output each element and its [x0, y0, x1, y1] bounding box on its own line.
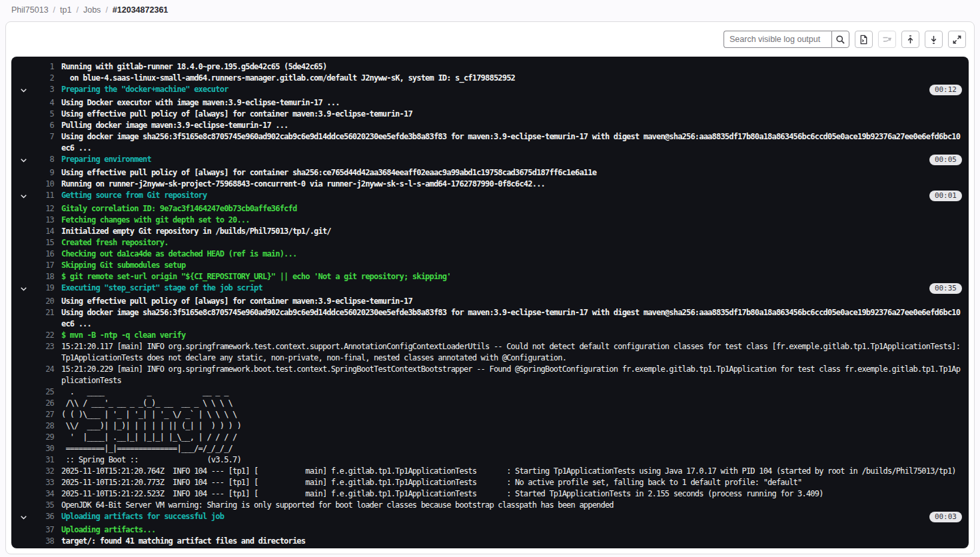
log-line-number[interactable]: 37 [35, 524, 54, 536]
log-line-text: Gitaly correlation ID: 9e7ac3f1464247e0b… [54, 203, 962, 215]
log-line-row: 1Running with gitlab-runner 18.4.0~pre.1… [11, 61, 969, 73]
log-line-number[interactable]: 36 [35, 511, 54, 522]
breadcrumb-jobs[interactable]: Jobs [83, 5, 101, 15]
log-line-number[interactable]: 25 [35, 386, 54, 398]
log-section-title[interactable]: Executing "step_script" stage of the job… [54, 282, 924, 294]
log-line-number[interactable]: 17 [35, 260, 54, 271]
log-line-number[interactable]: 35 [35, 500, 54, 511]
log-line-gutter [11, 307, 35, 309]
log-line-text: Using effective pull policy of [always] … [54, 296, 962, 307]
log-line-gutter [11, 109, 35, 111]
section-duration-badge: 00:03 [929, 512, 962, 522]
expand-fullscreen-icon [952, 35, 962, 45]
log-section-header-row[interactable]: 19Executing "step_script" stage of the j… [11, 282, 969, 296]
log-line-number[interactable]: 11 [35, 190, 54, 201]
log-line-number[interactable]: 26 [35, 398, 54, 409]
log-line-number[interactable]: 9 [35, 167, 54, 179]
search-submit-button[interactable] [831, 31, 849, 48]
log-section-header-row[interactable]: 11Getting source from Git repository00:0… [11, 190, 969, 203]
log-line-gutter [11, 524, 35, 526]
log-line-row: 322025-11-10T15:21:20.764Z INFO 104 --- … [11, 466, 969, 477]
log-line-number[interactable]: 29 [35, 432, 54, 443]
log-line-text: =========|_|==============|___/=/_/_/_/ [54, 443, 962, 454]
section-collapse-toggle[interactable] [11, 190, 35, 203]
log-search-group [724, 31, 849, 48]
log-section-header-row[interactable]: 8Preparing environment00:05 [11, 154, 969, 167]
breadcrumb-project-owner[interactable]: Phil75013 [11, 5, 49, 15]
search-icon [835, 35, 845, 45]
log-line-text: 15:21:20.229 [main] INFO org.springframe… [54, 364, 962, 386]
log-section-title[interactable]: Getting source from Git repository [54, 190, 924, 201]
chevron-down-icon [20, 192, 27, 203]
log-line-text: Using docker image sha256:3f5165e8c87057… [54, 131, 962, 154]
log-line-gutter [11, 260, 35, 262]
breadcrumb-project[interactable]: tp1 [60, 5, 71, 15]
log-line-text: 2025-11-10T15:21:20.773Z INFO 104 --- [t… [54, 477, 962, 488]
section-duration-badge: 00:01 [929, 191, 962, 201]
log-line-number[interactable]: 14 [35, 226, 54, 237]
scroll-to-top-icon [905, 35, 915, 45]
log-line-number[interactable]: 22 [35, 330, 54, 341]
log-toolbar [6, 22, 974, 57]
breadcrumb-job-id: #12034872361 [113, 5, 168, 15]
log-section-title[interactable]: Uploading artifacts for successful job [54, 511, 924, 522]
log-line-text: on blue-4.saas-linux-small-amd64.runners… [54, 73, 962, 84]
log-line-row: 21Using docker image sha256:3f5165e8c870… [11, 307, 969, 330]
log-line-text: Skipping Git submodules setup [54, 260, 962, 271]
scroll-to-bottom-button[interactable] [925, 31, 943, 48]
log-line-number[interactable]: 12 [35, 203, 54, 215]
chevron-down-icon [20, 156, 27, 167]
log-section-header-row[interactable]: 36Uploading artifacts for successful job… [11, 511, 969, 524]
log-line-number[interactable]: 2 [35, 73, 54, 84]
scroll-to-failure-button [878, 31, 896, 48]
log-line-number[interactable]: 27 [35, 409, 54, 420]
log-line-number[interactable]: 39 [35, 547, 54, 548]
log-line-number[interactable]: 19 [35, 282, 54, 294]
log-line-number[interactable]: 24 [35, 364, 54, 375]
log-line-gutter [11, 443, 35, 445]
log-line-number[interactable]: 13 [35, 215, 54, 226]
log-line-number[interactable]: 4 [35, 97, 54, 109]
log-line-number[interactable]: 34 [35, 488, 54, 500]
section-collapse-toggle[interactable] [11, 154, 35, 167]
log-line-number[interactable]: 8 [35, 154, 54, 165]
job-log-output: 1Running with gitlab-runner 18.4.0~pre.1… [11, 57, 969, 548]
log-search-input[interactable] [724, 31, 831, 48]
fullscreen-button[interactable] [948, 31, 966, 48]
scroll-to-failure-icon [882, 34, 893, 45]
log-line-number[interactable]: 33 [35, 477, 54, 488]
section-collapse-toggle[interactable] [11, 282, 35, 296]
log-line-number[interactable]: 16 [35, 249, 54, 260]
log-line-number[interactable]: 15 [35, 237, 54, 249]
section-collapse-toggle[interactable] [11, 511, 35, 524]
log-section-title[interactable]: Preparing the "docker+machine" executor [54, 84, 924, 95]
log-line-text: Using effective pull policy of [always] … [54, 167, 962, 179]
log-line-number[interactable]: 20 [35, 296, 54, 307]
log-line-number[interactable]: 6 [35, 120, 54, 131]
log-line-number[interactable]: 28 [35, 420, 54, 432]
log-line-number[interactable]: 7 [35, 131, 54, 143]
log-line-number[interactable]: 5 [35, 109, 54, 120]
log-line-number[interactable]: 30 [35, 443, 54, 454]
log-line-number[interactable]: 31 [35, 454, 54, 466]
log-line-row: 332025-11-10T15:21:20.773Z INFO 104 --- … [11, 477, 969, 488]
log-line-number[interactable]: 18 [35, 271, 54, 282]
log-section-title[interactable]: Preparing environment [54, 154, 924, 165]
log-line-number[interactable]: 10 [35, 179, 54, 190]
log-section-header-row[interactable]: 3Preparing the "docker+machine" executor… [11, 84, 969, 97]
log-line-row: 28 \\/ ___)| |_)| | | | | || (_| | ) ) )… [11, 420, 969, 432]
log-line-number[interactable]: 1 [35, 61, 54, 73]
log-line-number[interactable]: 21 [35, 307, 54, 318]
log-line-text: 2025-11-10T15:21:20.764Z INFO 104 --- [t… [54, 466, 962, 477]
scroll-to-top-button[interactable] [901, 31, 919, 48]
log-line-number[interactable]: 3 [35, 84, 54, 95]
breadcrumb-separator: / [105, 5, 107, 15]
log-line-number[interactable]: 23 [35, 341, 54, 352]
log-line-number[interactable]: 38 [35, 536, 54, 547]
section-collapse-toggle[interactable] [11, 84, 35, 97]
raw-log-button[interactable] [855, 31, 873, 48]
log-line-number[interactable]: 32 [35, 466, 54, 477]
log-line-text: Running with gitlab-runner 18.4.0~pre.19… [54, 61, 962, 73]
log-line-gutter [11, 409, 35, 411]
log-line-row: 18$ git remote set-url origin "${CI_REPO… [11, 271, 969, 282]
